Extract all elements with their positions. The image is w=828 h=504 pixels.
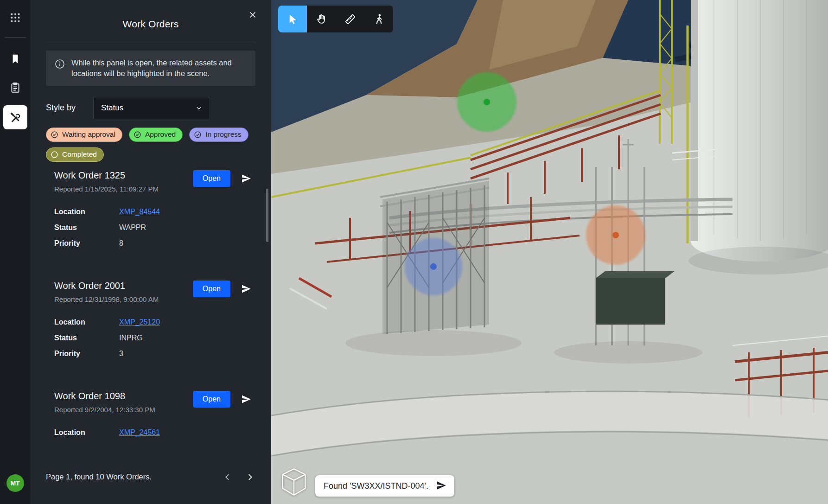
check-circle-icon — [50, 130, 59, 139]
tools-icon[interactable] — [3, 105, 27, 129]
avatar[interactable]: MT — [6, 474, 24, 492]
status-value: INPRG — [119, 334, 143, 342]
priority-value: 3 — [119, 350, 123, 358]
work-orders-panel: Work Orders While this panel is open, th… — [30, 0, 271, 504]
work-order-reported: Reported 1/15/2025, 11:09:27 PM — [54, 185, 193, 193]
open-button[interactable]: Open — [193, 391, 230, 408]
check-circle-icon — [133, 130, 142, 139]
rail-divider — [5, 37, 26, 38]
app-root: MT Work Orders While this panel is open,… — [0, 0, 828, 504]
apps-grid-icon[interactable] — [4, 6, 26, 29]
title-divider — [46, 41, 255, 41]
legend-label: Approved — [145, 130, 176, 139]
measure-ruler-icon[interactable] — [336, 6, 364, 32]
left-rail: MT — [0, 0, 30, 504]
info-text: While this panel is open, the related as… — [71, 57, 247, 79]
scene-3d[interactable] — [271, 0, 828, 504]
work-order-card: Work Order 1098 Reported 9/2/2004, 12:33… — [46, 391, 255, 440]
legend-chip-waiting-approval[interactable]: Waiting approval — [46, 128, 122, 142]
work-order-title: Work Order 1098 — [54, 391, 193, 402]
location-link[interactable]: XMP_84544 — [119, 208, 160, 216]
priority-value: 8 — [119, 239, 123, 248]
bookmark-icon[interactable] — [4, 48, 26, 70]
work-queue-icon[interactable] — [4, 77, 26, 99]
highlight-waiting-approval[interactable] — [586, 205, 645, 265]
open-button[interactable]: Open — [193, 281, 230, 297]
highlight-in-progress[interactable] — [405, 238, 462, 295]
info-banner: While this panel is open, the related as… — [46, 51, 255, 86]
legend-label: Completed — [62, 150, 97, 159]
send-plane-icon[interactable] — [241, 283, 252, 296]
open-button[interactable]: Open — [193, 170, 230, 187]
work-order-reported: Reported 12/31/1998, 9:00:00 AM — [54, 295, 193, 303]
style-by-label: Style by — [46, 103, 76, 113]
check-circle-icon — [193, 130, 202, 139]
walk-person-icon[interactable] — [364, 6, 393, 32]
chevron-right-icon[interactable] — [242, 470, 257, 485]
work-order-card: Work Order 2001 Reported 12/31/1998, 9:0… — [46, 281, 255, 362]
field-label-location: Location — [54, 428, 119, 437]
scene-toolbar — [278, 6, 393, 32]
style-by-select[interactable]: Status — [93, 97, 210, 119]
work-order-list: Work Order 1325 Reported 1/15/2025, 11:0… — [30, 170, 271, 450]
work-order-title: Work Order 2001 — [54, 281, 193, 291]
status-legend: Waiting approval Approved In progress Co… — [46, 128, 255, 162]
field-label-status: Status — [54, 223, 119, 232]
field-label-priority: Priority — [54, 239, 119, 248]
style-by-row: Style by Status — [46, 97, 255, 119]
location-link[interactable]: XMP_25120 — [119, 318, 160, 326]
legend-label: Waiting approval — [62, 130, 115, 139]
status-value: WAPPR — [119, 223, 146, 232]
send-plane-icon[interactable] — [436, 480, 447, 492]
field-label-priority: Priority — [54, 350, 119, 358]
style-by-value: Status — [101, 103, 123, 113]
location-link[interactable]: XMP_24561 — [119, 428, 160, 437]
found-toast-text: Found 'SW3XX/ISTND-004'. — [324, 481, 428, 491]
storage-tank — [688, 0, 828, 262]
field-label-location: Location — [54, 208, 119, 216]
legend-chip-in-progress[interactable]: In progress — [189, 128, 248, 142]
send-plane-icon[interactable] — [241, 394, 252, 406]
page-title: Work Orders — [30, 19, 271, 30]
info-icon — [54, 58, 65, 70]
close-icon[interactable] — [245, 7, 260, 22]
scrollbar-thumb[interactable] — [266, 189, 268, 242]
send-plane-icon[interactable] — [241, 173, 252, 185]
viewport-3d[interactable]: Found 'SW3XX/ISTND-004'. — [271, 0, 828, 504]
work-order-reported: Reported 9/2/2004, 12:33:30 PM — [54, 406, 193, 414]
chevron-left-icon[interactable] — [220, 470, 235, 485]
select-cursor-icon[interactable] — [278, 6, 307, 32]
work-order-card: Work Order 1325 Reported 1/15/2025, 11:0… — [46, 170, 255, 251]
pan-hand-icon[interactable] — [307, 6, 336, 32]
highlight-approved[interactable] — [457, 72, 516, 132]
found-toast: Found 'SW3XX/ISTND-004'. — [315, 475, 454, 497]
chevron-down-icon — [195, 104, 203, 112]
pagination-summary: Page 1, found 10 Work Orders. — [46, 472, 152, 481]
circle-icon — [50, 150, 59, 159]
field-label-location: Location — [54, 318, 119, 326]
legend-chip-completed[interactable]: Completed — [46, 147, 104, 162]
legend-label: In progress — [205, 130, 242, 139]
panel-footer: Page 1, found 10 Work Orders. — [30, 450, 271, 504]
field-label-status: Status — [54, 334, 119, 342]
legend-chip-approved[interactable]: Approved — [129, 128, 183, 142]
nav-cube-icon[interactable] — [280, 466, 308, 498]
work-order-title: Work Order 1325 — [54, 170, 193, 181]
